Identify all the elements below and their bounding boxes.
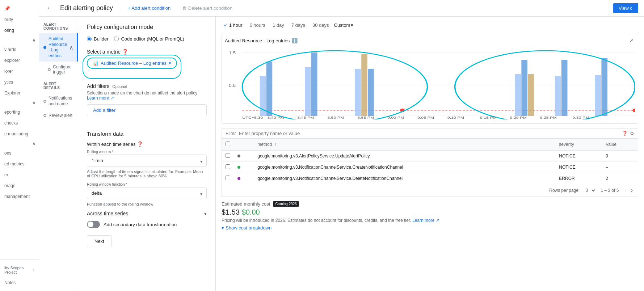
rows-per-page-select[interactable]: 3 5 10: [584, 187, 596, 193]
sidebar-item-checks[interactable]: checks: [0, 118, 39, 128]
sidebar-collapse-toggle3[interactable]: ∧: [0, 139, 39, 148]
sidebar-item-explorer2[interactable]: Explorer: [0, 88, 39, 98]
chart-container: Audited Resource - Log entries ℹ️ ⤢ 1.5 …: [222, 34, 638, 124]
sidebar-item-er[interactable]: er: [0, 169, 39, 180]
next-page-button[interactable]: ›: [630, 186, 634, 194]
step-review[interactable]: Review alert: [39, 110, 78, 121]
notes-item[interactable]: Notes: [0, 277, 39, 288]
builder-radio[interactable]: [87, 37, 92, 41]
cost-learn-more-link[interactable]: Learn more ↗: [412, 218, 439, 223]
table-header-severity[interactable]: severity: [555, 139, 602, 151]
step-configure-trigger[interactable]: Configure trigger: [39, 62, 78, 77]
breakdown-label: Show cost breakdown: [226, 225, 272, 231]
row1-checkbox[interactable]: [226, 153, 230, 158]
table-header-dot: [234, 139, 254, 151]
builder-radio-option[interactable]: Builder: [87, 36, 108, 42]
secondary-transform-toggle[interactable]: [87, 221, 100, 228]
back-button[interactable]: ←: [45, 3, 54, 13]
sidebar-item-analytics[interactable]: ytics: [0, 77, 39, 88]
pin-icon[interactable]: 📌: [0, 3, 39, 14]
policy-mode-title: Policy configuration mode: [87, 24, 207, 30]
sidebar: 📌 bility oring ∧ v ards explorer lorer y…: [0, 0, 39, 291]
prev-page-button[interactable]: ‹: [623, 186, 628, 194]
sidebar-item-ons[interactable]: ons: [0, 148, 39, 159]
select-all-checkbox[interactable]: [226, 142, 230, 146]
chart-expand-button[interactable]: ⤢: [628, 37, 635, 44]
sidebar-item-explorer1[interactable]: explorer: [0, 55, 39, 66]
delete-condition-button[interactable]: 🗑 Delete alert condition: [179, 3, 235, 13]
step-expand-icon[interactable]: ∧: [69, 44, 73, 51]
scope-selector[interactable]: lity Scopes Project ›: [0, 263, 39, 277]
row1-severity: NOTICE: [555, 151, 602, 162]
config-panel: Policy configuration mode Builder Code e…: [78, 17, 216, 291]
select-metric-help-icon[interactable]: ❓: [122, 49, 128, 55]
row3-dot: [237, 177, 240, 180]
metric-label: Audited Resource – Log entries: [101, 60, 167, 66]
within-series-label: Within each time series ❓: [87, 141, 207, 147]
rolling-fn-select[interactable]: delta rate mean sum: [87, 187, 207, 199]
row2-value: –: [602, 162, 638, 173]
sidebar-item-lorer[interactable]: lorer: [0, 66, 39, 77]
next-button[interactable]: Next: [87, 235, 112, 247]
rolling-window-note: Adjust the length of time a signal is ca…: [87, 169, 207, 178]
step-notifications-label: Notifications and name: [49, 96, 73, 107]
rolling-window-select[interactable]: 1 min 5 min 10 min 30 min 1 hour: [87, 155, 207, 166]
view-button[interactable]: View c: [613, 3, 638, 13]
learn-more-filters-link[interactable]: Learn more ↗: [87, 96, 114, 101]
time-custom-button[interactable]: Custom ▾: [334, 22, 354, 28]
sidebar-collapse-toggle2[interactable]: ∧: [0, 98, 39, 107]
svg-rect-10: [355, 69, 361, 116]
svg-rect-14: [521, 60, 527, 116]
chart-title: Audited Resource - Log entries: [225, 38, 290, 43]
time-1day-button[interactable]: 1 day: [270, 21, 286, 29]
top-header: ← Edit alerting policy + Add alert condi…: [39, 0, 644, 17]
time-6hours-button[interactable]: 6 hours: [248, 21, 268, 29]
filter-input[interactable]: [239, 131, 619, 136]
custom-dropdown-icon: ▾: [351, 22, 353, 28]
filter-columns-icon[interactable]: ⚙: [630, 131, 634, 136]
optional-tag: Optional: [112, 84, 127, 89]
sidebar-item-orage[interactable]: orage: [0, 180, 39, 191]
step-notifications[interactable]: Notifications and name: [39, 93, 78, 110]
breakdown-icon: ▾: [222, 225, 224, 231]
sidebar-item-bility[interactable]: bility: [0, 14, 39, 25]
step-audited-resource[interactable]: Audited Resource - Log entries ∧: [39, 33, 78, 62]
filter-bar-label: Filter: [226, 131, 236, 136]
table-header-value[interactable]: Value: [602, 139, 638, 151]
time-7days-button[interactable]: 7 days: [289, 21, 307, 29]
sidebar-item-oring[interactable]: oring: [0, 25, 39, 36]
svg-point-21: [632, 109, 635, 112]
svg-text:8:40 PM: 8:40 PM: [267, 116, 284, 119]
add-condition-button[interactable]: + Add alert condition: [125, 3, 173, 13]
show-breakdown-button[interactable]: ▾ Show cost breakdown: [222, 225, 272, 231]
code-editor-radio-option[interactable]: Code editor (MQL or PromQL): [114, 36, 184, 42]
svg-rect-17: [561, 60, 568, 116]
within-series-help-icon[interactable]: ❓: [137, 141, 143, 147]
row3-checkbox[interactable]: [226, 176, 230, 180]
metric-selector-button[interactable]: 📊 Audited Resource – Log entries ▾: [87, 58, 177, 69]
across-series-chevron-icon: ▾: [204, 211, 207, 216]
sidebar-item-ards[interactable]: v ards: [0, 44, 39, 55]
across-series-row[interactable]: Across time series ▾: [87, 211, 207, 216]
row2-method: google.monitoring.v3.NotificationChannel…: [254, 162, 555, 173]
select-metric-label: Select a metric ❓: [87, 49, 207, 55]
filter-help-icon[interactable]: ❓: [622, 131, 628, 136]
scope-label: lity Scopes: [4, 266, 24, 270]
row2-checkbox[interactable]: [226, 164, 230, 169]
svg-rect-7: [266, 62, 273, 116]
svg-text:9:15 PM: 9:15 PM: [480, 116, 497, 119]
sidebar-item-management[interactable]: management: [0, 191, 39, 202]
svg-text:8:55 PM: 8:55 PM: [357, 116, 374, 119]
code-editor-radio[interactable]: [114, 37, 119, 41]
time-1hour-button[interactable]: 1 hour: [222, 21, 245, 29]
scope-sub: Project: [4, 270, 24, 274]
sidebar-item-reporting[interactable]: eporting: [0, 107, 39, 118]
sidebar-collapse-toggle1[interactable]: ∧: [0, 36, 39, 44]
time-30days-button[interactable]: 30 days: [310, 21, 331, 29]
add-filter-button[interactable]: Add a filter: [87, 104, 207, 116]
sidebar-item-edmetrics[interactable]: ed metrics: [0, 159, 39, 169]
sidebar-item-monitoring[interactable]: e monitoring: [0, 128, 39, 139]
step-audited-resource-label: Audited Resource - Log entries: [49, 36, 69, 59]
chart-info-icon[interactable]: ℹ️: [292, 38, 298, 43]
table-header-method[interactable]: method ↑: [254, 139, 555, 151]
